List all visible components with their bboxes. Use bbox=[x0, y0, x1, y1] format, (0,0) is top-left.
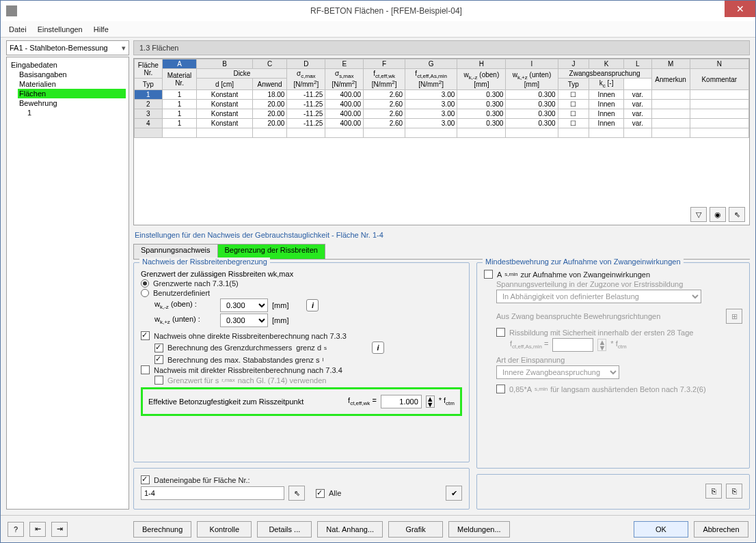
col-letter-e[interactable]: E bbox=[325, 59, 364, 69]
menu-settings[interactable]: Einstellungen bbox=[38, 25, 83, 33]
next-button[interactable]: ⇥ bbox=[51, 522, 68, 537]
col-anmerkun[interactable]: Anmerkun bbox=[651, 69, 690, 90]
meldungen-button[interactable]: Meldungen... bbox=[448, 521, 510, 538]
col-fct-asmin[interactable]: fct,eff,As,min[N/mm2] bbox=[405, 69, 457, 90]
berechnung-button[interactable]: Berechnung bbox=[133, 521, 191, 538]
view-button[interactable]: ◉ bbox=[710, 207, 726, 222]
lbl-eff-beton: Effektive Betonzugfestigkeit zum Risszei… bbox=[148, 398, 344, 406]
unit-mm-2: [mm] bbox=[272, 316, 288, 324]
lbl-734: Nachweis mit direkter Rissbreitenberechn… bbox=[154, 366, 342, 374]
footer: ? ⇤ ⇥ Berechnung Kontrolle Details ... N… bbox=[1, 515, 755, 542]
apply-button[interactable]: ✔ bbox=[446, 486, 462, 501]
table-row[interactable]: 41Konstant20.00-11.25400.002.603.000.300… bbox=[135, 119, 749, 128]
tree-basisangaben[interactable]: Basisangaben bbox=[18, 70, 126, 79]
col-letter-k[interactable]: K bbox=[589, 59, 624, 69]
pick-surfaces-button[interactable]: ⇖ bbox=[288, 486, 305, 501]
col-d[interactable]: d [cm] bbox=[197, 79, 252, 90]
tree-materialien[interactable]: Materialien bbox=[18, 79, 126, 89]
prev-button[interactable]: ⇤ bbox=[29, 522, 46, 537]
chk-ds[interactable] bbox=[154, 344, 163, 352]
unit-mm-1: [mm] bbox=[272, 301, 288, 309]
table-row[interactable]: 21Konstant20.00-11.25400.002.603.000.300… bbox=[135, 100, 749, 109]
sel-wk-oben[interactable]: 0.300 bbox=[220, 298, 268, 312]
settings-caption: Einstellungen für den Nachweis der Gebra… bbox=[133, 228, 750, 242]
table-row[interactable]: 11Konstant18.00-11.25400.002.603.000.300… bbox=[135, 90, 749, 100]
filter-button[interactable]: ▽ bbox=[690, 207, 707, 222]
tab-spannungsnachweis[interactable]: Spannungsnachweis bbox=[133, 244, 218, 259]
col-surface-no[interactable]: FlächeNr. bbox=[135, 59, 163, 79]
lbl-fctm2: * fctm bbox=[610, 339, 626, 350]
radio-user[interactable] bbox=[141, 289, 149, 297]
nav-tree[interactable]: Eingabedaten Basisangaben Materialien Fl… bbox=[6, 57, 129, 510]
chk-alle[interactable] bbox=[316, 489, 325, 498]
surfaces-grid[interactable]: FlächeNr. A B C D E F G H I J K L M bbox=[134, 59, 749, 138]
spinner-asmin: ▲▼ bbox=[597, 339, 606, 351]
tree-flaechen[interactable]: Flächen bbox=[18, 89, 126, 98]
col-letter-a[interactable]: A bbox=[162, 59, 197, 69]
radio-7315[interactable] bbox=[141, 279, 149, 288]
lbl-spannungsvert: Spannungsverteilung in der Zugzone vor E… bbox=[496, 280, 742, 288]
col-sigma-s[interactable]: σs,max[N/mm2] bbox=[325, 69, 364, 90]
tree-root[interactable]: Eingabedaten bbox=[10, 60, 126, 70]
chk-sl[interactable] bbox=[154, 355, 163, 364]
col-letter-g[interactable]: G bbox=[405, 59, 457, 69]
menu-help[interactable]: Hilfe bbox=[94, 25, 109, 33]
info-icon-wk[interactable]: i bbox=[306, 299, 319, 311]
nat-anhang-button[interactable]: Nat. Anhang... bbox=[317, 521, 383, 538]
col-letter-j[interactable]: J bbox=[558, 59, 589, 69]
col-letter-b[interactable]: B bbox=[197, 59, 252, 69]
close-button[interactable]: ✕ bbox=[725, 1, 755, 17]
tree-bewehrung[interactable]: Bewehrung bbox=[18, 98, 126, 108]
col-letter-i[interactable]: I bbox=[506, 59, 558, 69]
inp-fctwk[interactable] bbox=[381, 395, 422, 408]
copy-left-button[interactable]: ⎘ bbox=[705, 484, 722, 499]
ok-button[interactable]: OK bbox=[634, 521, 688, 538]
tree-bewehrung-1[interactable]: 1 bbox=[26, 108, 126, 117]
col-letter-f[interactable]: F bbox=[364, 59, 405, 69]
col-letter-c[interactable]: C bbox=[252, 59, 287, 69]
chk-734[interactable] bbox=[141, 365, 150, 374]
lbl-wk-unten: wk,+z (unten) : bbox=[154, 315, 216, 325]
col-thickness[interactable]: Dicke bbox=[197, 69, 287, 79]
inp-surfaces[interactable] bbox=[141, 486, 284, 500]
help-button[interactable]: ? bbox=[8, 522, 24, 537]
col-letter-m[interactable]: M bbox=[651, 59, 690, 69]
gb-rissbreiten: Nachweis der Rissbreitenbegrenzung Grenz… bbox=[133, 262, 470, 462]
col-kc[interactable]: kc [-] bbox=[589, 79, 624, 90]
tab-rissbreiten[interactable]: Begrenzung der Rissbreiten bbox=[217, 244, 325, 259]
kontrolle-button[interactable]: Kontrolle bbox=[197, 521, 252, 538]
col-sigma-c[interactable]: σc,max[N/mm2] bbox=[287, 69, 325, 90]
col-kommentar[interactable]: Kommentar bbox=[690, 69, 749, 90]
col-fct-wk[interactable]: fct,eff,wk[N/mm2] bbox=[364, 69, 405, 90]
col-anwend[interactable]: Anwend bbox=[252, 79, 287, 90]
col-material-no[interactable]: MaterialNr. bbox=[162, 69, 197, 90]
grafik-button[interactable]: Grafik bbox=[388, 521, 443, 538]
lbl-fctwk: fct,eff,wk = bbox=[348, 396, 377, 406]
chk-733[interactable] bbox=[141, 331, 150, 340]
sel-wk-unten[interactable]: 0.300 bbox=[220, 314, 268, 327]
app-icon bbox=[6, 5, 17, 16]
right-panel: Mindestbewehrung zur Aufnahme von Zwange… bbox=[476, 262, 750, 510]
col-letter-d[interactable]: D bbox=[287, 59, 325, 69]
details-button[interactable]: Details ... bbox=[257, 521, 312, 538]
col-type[interactable]: Typ bbox=[135, 79, 163, 90]
col-wkz-oben[interactable]: wk,-z (oben)[mm] bbox=[457, 69, 506, 90]
col-letter-h[interactable]: H bbox=[457, 59, 506, 69]
table-row[interactable]: 31Konstant20.00-11.25400.002.603.000.300… bbox=[135, 109, 749, 119]
info-icon-ds[interactable]: i bbox=[372, 342, 384, 354]
col-restraint-type[interactable]: Typ bbox=[558, 79, 589, 90]
chk-asmin[interactable] bbox=[484, 270, 493, 279]
chk-data-input[interactable] bbox=[141, 475, 150, 484]
col-letter-n[interactable]: N bbox=[690, 59, 749, 69]
directions-button: ⊞ bbox=[726, 309, 742, 324]
pick-button[interactable]: ⇖ bbox=[729, 207, 745, 222]
case-combo[interactable]: FA1 - Stahlbeton-Bemessung bbox=[6, 40, 129, 55]
col-restraint[interactable]: Zwangsbeanspruchung bbox=[558, 69, 651, 79]
abbrechen-button[interactable]: Abbrechen bbox=[694, 521, 748, 538]
menu-file[interactable]: Datei bbox=[9, 25, 27, 33]
col-wkz-unten[interactable]: wk,+z (unten)[mm] bbox=[506, 69, 558, 90]
copy-right-button[interactable]: ⎘ bbox=[726, 484, 742, 499]
spinner-fctwk[interactable]: ▲▼ bbox=[426, 395, 435, 408]
col-letter-l[interactable]: L bbox=[624, 59, 652, 69]
chk-rissbildung bbox=[496, 328, 505, 337]
